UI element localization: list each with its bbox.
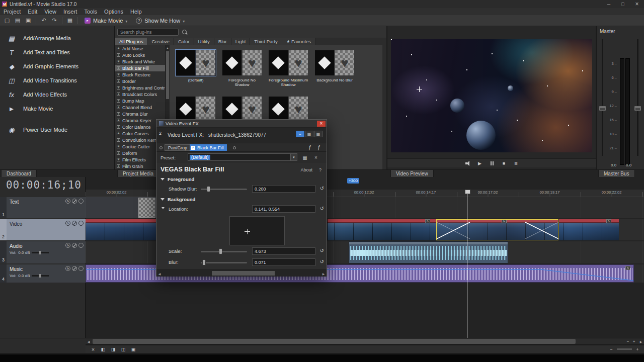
expand-icon[interactable]: [117, 79, 120, 83]
audio-event-clip[interactable]: [349, 241, 508, 263]
track-mute-icon[interactable]: [72, 199, 77, 204]
menu-item[interactable]: Project: [0, 8, 24, 15]
zoom-slider[interactable]: [617, 348, 632, 350]
track-mute-icon[interactable]: [72, 243, 77, 248]
track-solo-icon[interactable]: [78, 243, 84, 248]
play-icon[interactable]: [476, 160, 484, 166]
track-fx-icon[interactable]: [65, 266, 70, 271]
new-project-icon[interactable]: [2, 16, 12, 25]
expand-icon[interactable]: [117, 53, 120, 57]
help-link[interactable]: ?: [319, 167, 321, 172]
collapse-triangle-icon[interactable]: [160, 178, 165, 183]
menu-item[interactable]: Options: [101, 8, 127, 15]
trim-end-icon[interactable]: [110, 346, 117, 352]
undo-icon[interactable]: [39, 16, 49, 25]
volume-icon[interactable]: [464, 160, 471, 166]
tab-project-media[interactable]: Project Media: [117, 170, 159, 177]
menu-item[interactable]: Tools: [80, 8, 101, 15]
volume-slider-knob[interactable]: [39, 251, 41, 254]
save-project-icon[interactable]: [23, 16, 33, 25]
event-fx-icon[interactable]: [625, 266, 630, 270]
collapse-triangle-icon[interactable]: [162, 207, 165, 211]
track-header-text[interactable]: 1 Text: [0, 197, 86, 218]
event-fx-icon[interactable]: [425, 219, 430, 223]
maximize-icon[interactable]: [616, 0, 630, 8]
tab-video-preview[interactable]: Video Preview: [390, 170, 434, 177]
expand-icon[interactable]: [117, 60, 120, 63]
show-me-how-button[interactable]: Show Me How: [132, 16, 189, 25]
track-header-music[interactable]: 4 Music Vol: 0.0 dB: [0, 264, 86, 283]
tab-master-bus[interactable]: Master Bus: [598, 170, 635, 177]
expand-icon[interactable]: [117, 86, 120, 89]
preset-thumbnail[interactable]: Foreground No Shadow: [221, 49, 263, 87]
track-mute-icon[interactable]: [72, 266, 77, 271]
delete-preset-icon[interactable]: [312, 154, 319, 161]
plugin-category-tab[interactable]: All Plug-ins: [115, 38, 148, 45]
layout-list-icon[interactable]: [296, 131, 304, 137]
make-movie-button[interactable]: Make Movie: [80, 16, 131, 25]
plugin-list-item[interactable]: Brightness and Contrast: [115, 84, 165, 91]
blur-slider[interactable]: [201, 262, 247, 263]
open-project-icon[interactable]: [13, 16, 23, 25]
sidebar-item[interactable]: ▤ Add/Arrange Media: [0, 31, 115, 45]
menu-item[interactable]: Insert: [60, 8, 81, 15]
plugin-chip-black-bar-fill[interactable]: Black Bar Fill: [190, 144, 227, 151]
zoom-out-icon[interactable]: −: [625, 339, 631, 344]
scroll-right-icon[interactable]: ▶: [321, 271, 326, 276]
menu-item[interactable]: Help: [127, 8, 145, 15]
zoom-in-icon[interactable]: [634, 346, 641, 352]
timecode-display[interactable]: 00:00:16;10: [0, 179, 82, 191]
expand-icon[interactable]: [117, 99, 120, 103]
reset-icon[interactable]: [320, 248, 324, 253]
track-solo-icon[interactable]: [78, 266, 84, 271]
sidebar-item[interactable]: fx Add Video Effects: [0, 87, 115, 102]
fader-knob-left[interactable]: [599, 106, 606, 111]
track-solo-icon[interactable]: [78, 199, 84, 204]
plugin-category-tab[interactable]: Creative: [148, 38, 174, 45]
scroll-left-icon[interactable]: ◀: [157, 271, 162, 276]
plugin-category-tab[interactable]: Light: [231, 38, 251, 45]
layout-grid2-icon[interactable]: [314, 131, 323, 137]
scrollbar-thumb[interactable]: [93, 339, 576, 344]
plugin-list-item[interactable]: Black and White: [115, 58, 165, 65]
save-preset-icon[interactable]: [301, 154, 308, 161]
scale-slider[interactable]: [201, 251, 247, 252]
preset-thumbnail[interactable]: Foreground Maximum Shadow: [267, 49, 309, 87]
expand-icon[interactable]: [117, 151, 120, 155]
sidebar-item[interactable]: ► Make Movie: [0, 102, 115, 116]
shadow-blur-slider[interactable]: [201, 189, 247, 190]
event-fx-icon[interactable]: [606, 219, 611, 223]
menu-item[interactable]: View: [41, 8, 60, 15]
text-event-clip[interactable]: [138, 198, 155, 218]
offset-marker[interactable]: +300: [347, 178, 359, 184]
sidebar-item-power-user[interactable]: ◉ Power User Mode: [0, 123, 115, 137]
about-link[interactable]: About: [300, 167, 312, 172]
expand-icon[interactable]: [117, 73, 120, 76]
slider-knob[interactable]: [219, 248, 222, 254]
plugin-list-item[interactable]: Channel Blend: [115, 104, 165, 111]
plugin-category-tab[interactable]: Blur: [214, 38, 231, 45]
selected-video-event[interactable]: [436, 219, 558, 240]
plugin-enabled-checkbox[interactable]: [191, 146, 195, 150]
plugin-list-item[interactable]: Border: [115, 78, 165, 84]
scroll-right-icon[interactable]: ▶: [638, 339, 644, 344]
layout-grid-icon[interactable]: [305, 131, 313, 137]
split-icon[interactable]: [120, 346, 127, 352]
expand-icon[interactable]: [117, 93, 120, 96]
plugin-category-tab[interactable]: Color: [174, 38, 194, 45]
redo-icon[interactable]: [49, 16, 59, 25]
scroll-left-icon[interactable]: ◀: [86, 339, 92, 344]
snapshot-icon[interactable]: [130, 346, 137, 352]
plugin-list-item[interactable]: Auto Looks: [115, 52, 165, 58]
add-fx-icon[interactable]: [306, 144, 313, 151]
reset-icon[interactable]: [320, 206, 324, 211]
zoom-out-icon[interactable]: [608, 346, 615, 352]
scrollbar-thumb[interactable]: [166, 51, 169, 99]
scale-value[interactable]: 4.673: [252, 247, 315, 255]
plugin-list-item[interactable]: Broadcast Colors: [115, 91, 165, 98]
plugin-list-item[interactable]: Black Restore: [115, 71, 165, 78]
scroll-up-icon[interactable]: ▲: [166, 45, 170, 50]
reset-icon[interactable]: [320, 259, 324, 264]
master-fader-right[interactable]: [637, 39, 638, 156]
track-solo-icon[interactable]: [78, 221, 84, 226]
